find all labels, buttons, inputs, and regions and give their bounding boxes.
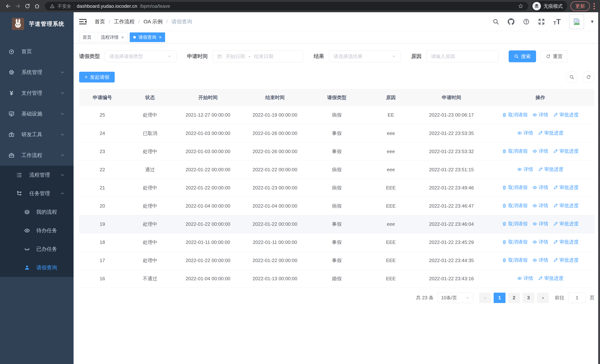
reason-input[interactable]: 请输入原因 — [426, 50, 498, 62]
action-progress-link[interactable]: 审批进度 — [538, 130, 563, 136]
action-progress-link[interactable]: 审批进度 — [538, 275, 563, 281]
breadcrumb-oa-example[interactable]: OA 示例 — [144, 18, 163, 25]
breadcrumb-home[interactable]: 首页 — [95, 18, 105, 25]
cell-end: 2022-01-13 00:00:00 — [242, 270, 309, 288]
table-row[interactable]: 22通过2022-01-22 00:00:002022-01-22 00:00:… — [79, 160, 594, 179]
sidebar-item-todo-tasks[interactable]: 待办任务 — [0, 221, 74, 240]
sidebar-item-process-mgmt[interactable]: 流程管理 — [0, 166, 74, 184]
back-icon[interactable] — [3, 1, 13, 11]
breadcrumb-workflow[interactable]: 工作流程 — [114, 18, 135, 25]
tab-process-detail[interactable]: 流程详情 × — [97, 32, 128, 42]
reset-button[interactable]: 重置 — [541, 50, 568, 62]
action-detail-link[interactable]: 详情 — [532, 221, 548, 227]
action-cancel-link[interactable]: 取消请假 — [502, 112, 527, 118]
refresh-table-button[interactable] — [582, 71, 594, 83]
action-detail-link[interactable]: 详情 — [532, 148, 548, 154]
next-page-button[interactable]: › — [537, 293, 549, 303]
sidebar-collapse-icon[interactable] — [79, 19, 86, 25]
fullscreen-icon[interactable] — [538, 18, 545, 25]
github-icon[interactable] — [508, 18, 514, 25]
sidebar-item-my-process[interactable]: 我的流程 — [0, 203, 74, 221]
action-progress-link[interactable]: 审批进度 — [553, 221, 579, 227]
table-body: 25处理中2021-12-27 00:00:002022-01-19 00:00… — [79, 106, 594, 288]
action-progress-link[interactable]: 审批进度 — [553, 112, 579, 118]
close-icon[interactable]: × — [121, 35, 124, 40]
action-detail-link[interactable]: 详情 — [532, 239, 548, 245]
search-button[interactable]: 搜索 — [509, 50, 536, 62]
action-cancel-link[interactable]: 取消请假 — [502, 148, 527, 154]
action-detail-link[interactable]: 详情 — [532, 257, 548, 263]
trash-icon — [502, 203, 507, 208]
avatar-caret-icon[interactable]: ▼ — [590, 19, 594, 24]
reason-placeholder: 请输入原因 — [431, 53, 455, 60]
action-detail-link[interactable]: 详情 — [532, 202, 548, 209]
action-cancel-link[interactable]: 取消请假 — [502, 202, 527, 209]
action-detail-link[interactable]: 详情 — [517, 166, 533, 173]
sidebar-item-leave-query[interactable]: 请假查询 — [0, 258, 74, 277]
table-row[interactable]: 24已取消2022-01-03 00:00:002022-01-26 00:00… — [79, 124, 594, 142]
action-progress-link[interactable]: 审批进度 — [553, 239, 579, 245]
table-row[interactable]: 18处理中2022-01-11 00:00:002022-01-11 00:00… — [79, 233, 594, 251]
show-search-button[interactable] — [566, 71, 578, 83]
address-bar[interactable]: 不安全 dashboard.yudao.iocoder.cn/bpm/oa/le… — [45, 2, 528, 10]
goto-page-input[interactable]: 1 — [569, 293, 586, 303]
action-cancel-link[interactable]: 取消请假 — [502, 239, 527, 245]
tab-leave-query[interactable]: 请假查询 × — [130, 32, 165, 42]
cell-actions: 详情审批进度 — [486, 160, 594, 179]
sidebar-item-task-mgmt[interactable]: 任务管理 — [0, 184, 74, 203]
page-button-1[interactable]: 1 — [494, 293, 506, 303]
table-row[interactable]: 23处理中2022-01-03 00:00:002022-01-26 00:00… — [79, 142, 594, 160]
cell-type: 事假 — [309, 233, 365, 251]
action-detail-link[interactable]: 详情 — [532, 112, 548, 118]
action-cancel-link[interactable]: 取消请假 — [502, 221, 527, 227]
page-button-3[interactable]: 3 — [523, 293, 534, 303]
col-id: 申请编号 — [79, 89, 125, 106]
action-progress-link[interactable]: 审批进度 — [553, 184, 579, 191]
table-row[interactable]: 17处理中2022-01-22 00:00:002022-01-22 00:00… — [79, 251, 594, 270]
security-warning-icon[interactable] — [50, 3, 55, 9]
sidebar-item-payment[interactable]: ¥ 支付管理 — [0, 83, 74, 103]
table-row[interactable]: 19处理中2022-01-22 00:00:002022-01-22 00:00… — [79, 215, 594, 233]
page-size-select[interactable]: 10条/页 — [438, 293, 473, 303]
action-progress-link[interactable]: 审批进度 — [553, 148, 579, 154]
create-leave-button[interactable]: + 发起请假 — [79, 72, 115, 83]
header-search-icon[interactable] — [493, 18, 499, 25]
sidebar-item-devtools[interactable]: 研发工具 — [0, 124, 74, 145]
sidebar-item-system[interactable]: 系统管理 — [0, 62, 74, 83]
action-cancel-link[interactable]: 取消请假 — [502, 257, 527, 263]
browser-update-button[interactable]: 更新 — [571, 1, 590, 11]
leave-type-select[interactable]: 请选择请假类型 — [105, 50, 177, 62]
sidebar-item-label: 基础设施 — [21, 110, 42, 117]
action-detail-link[interactable]: 详情 — [517, 275, 533, 281]
cell-actions: 取消请假详情审批进度 — [486, 106, 594, 124]
sidebar-item-done-tasks[interactable]: 已办任务 — [0, 240, 74, 258]
home-icon[interactable] — [32, 1, 42, 11]
table-row[interactable]: 20处理中2022-01-04 00:00:002022-01-04 00:00… — [79, 197, 594, 215]
sidebar-item-workflow[interactable]: 工作流程 — [0, 145, 74, 166]
action-progress-link[interactable]: 审批进度 — [553, 202, 579, 209]
browser-menu-icon[interactable] — [592, 3, 597, 9]
close-icon[interactable]: × — [159, 35, 162, 40]
table-row[interactable]: 21处理中2022-01-22 00:00:002022-01-23 00:00… — [79, 179, 594, 197]
font-size-icon[interactable]: TT — [553, 18, 561, 25]
forward-icon[interactable] — [13, 1, 23, 11]
reload-icon[interactable] — [23, 1, 32, 11]
prev-page-button[interactable]: ‹ — [479, 293, 491, 303]
table-row[interactable]: 25处理中2021-12-27 00:00:002022-01-19 00:00… — [79, 106, 594, 124]
sidebar-item-home[interactable]: 首页 — [0, 41, 74, 62]
avatar[interactable] — [569, 14, 584, 29]
apply-time-range-picker[interactable]: 开始日期 - 结束日期 — [213, 50, 303, 62]
action-progress-link[interactable]: 审批进度 — [553, 257, 579, 263]
tab-home[interactable]: 首页 — [79, 32, 95, 42]
action-progress-link[interactable]: 审批进度 — [538, 166, 563, 173]
action-detail-link[interactable]: 详情 — [532, 184, 548, 191]
page-button-2[interactable]: 2 — [508, 293, 520, 303]
table-row[interactable]: 16不通过2022-01-04 00:00:002022-01-13 00:00… — [79, 270, 594, 288]
result-select[interactable]: 请选择流结果 — [329, 50, 401, 62]
window-scrollbar[interactable] — [598, 12, 600, 364]
action-cancel-link[interactable]: 取消请假 — [502, 184, 527, 191]
action-detail-link[interactable]: 详情 — [517, 130, 533, 136]
help-icon[interactable] — [523, 18, 530, 25]
bookmark-star-icon[interactable] — [518, 3, 524, 9]
sidebar-item-infra[interactable]: 基础设施 — [0, 103, 74, 124]
